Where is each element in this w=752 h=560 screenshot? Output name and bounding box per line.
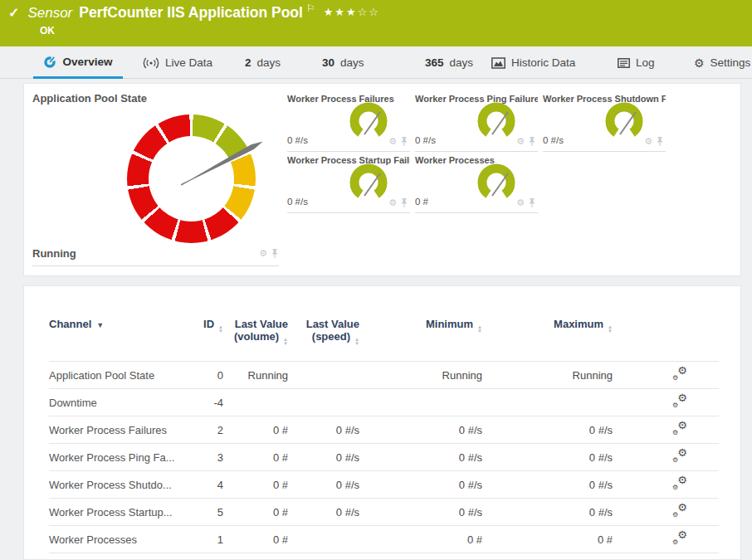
channel-name[interactable]: Worker Process Shutdo... bbox=[49, 471, 186, 499]
tab-bar: Overview Live Data 2 days 30 days 365 da… bbox=[0, 46, 752, 79]
minimum-value: 0 #/s bbox=[359, 471, 482, 499]
channel-id: 5 bbox=[186, 499, 223, 526]
column-header-id[interactable]: ID▲▼ bbox=[186, 318, 223, 362]
channel-settings-icon[interactable]: ⚙⚙ bbox=[672, 477, 687, 490]
last-value-speed: 0 #/s bbox=[288, 499, 359, 526]
tab-2-days-label: days bbox=[257, 56, 281, 69]
last-value-speed bbox=[288, 362, 359, 389]
channel-id: 1 bbox=[186, 526, 223, 553]
table-row[interactable]: Downtime -4 ⚙⚙ bbox=[49, 389, 719, 416]
tab-overview[interactable]: Overview bbox=[33, 46, 123, 79]
last-value-volume: 0 # bbox=[223, 416, 288, 444]
priority-stars[interactable]: ★★★☆☆ bbox=[324, 6, 380, 18]
gauge-settings-gear-icon[interactable]: ⚙ bbox=[388, 136, 397, 147]
channel-name[interactable]: Downtime bbox=[49, 389, 186, 416]
tab-2-days-number: 2 bbox=[245, 56, 251, 69]
gauge-tile-worker-process-startup-failures: Worker Process Startup Failu... 0 #/s ⚙ bbox=[287, 155, 410, 213]
maximum-value: 0 #/s bbox=[482, 416, 613, 444]
last-value-volume: 0 # bbox=[223, 526, 288, 553]
tile-value: 0 #/s bbox=[287, 197, 308, 207]
gauge-hole bbox=[149, 136, 234, 222]
last-value-volume: 0 # bbox=[223, 499, 288, 526]
channel-settings-icon[interactable]: ⚙⚙ bbox=[672, 504, 687, 518]
gauge-tile-worker-processes: Worker Processes 0 # ⚙ bbox=[415, 155, 538, 213]
mini-gauge bbox=[603, 100, 646, 144]
sort-desc-icon: ▼ bbox=[96, 321, 104, 329]
channel-id: 3 bbox=[186, 444, 223, 471]
pin-icon[interactable] bbox=[528, 198, 536, 208]
tab-live-data[interactable]: Live Data bbox=[143, 46, 212, 79]
tile-value: 0 #/s bbox=[287, 135, 308, 145]
maximum-value: 0 # bbox=[482, 526, 613, 553]
sort-icon: ▲▼ bbox=[477, 325, 482, 334]
last-value-speed: 0 #/s bbox=[288, 444, 359, 471]
table-row[interactable]: Worker Process Failures 2 0 # 0 #/s 0 #/… bbox=[49, 416, 719, 444]
channel-id: 4 bbox=[186, 471, 223, 499]
maximum-value: Running bbox=[482, 362, 613, 389]
channel-name[interactable]: Worker Processes bbox=[49, 526, 186, 553]
column-header-minimum[interactable]: Minimum▲▼ bbox=[359, 318, 482, 362]
tab-historic-data[interactable]: Historic Data bbox=[491, 46, 575, 79]
last-value-speed: 0 #/s bbox=[288, 471, 359, 499]
sort-icon: ▲▼ bbox=[354, 338, 359, 346]
gauge-icon bbox=[43, 55, 56, 68]
channel-settings-icon[interactable]: ⚙⚙ bbox=[672, 450, 687, 463]
tab-log[interactable]: Log bbox=[618, 46, 655, 79]
gauge-settings-gear-icon[interactable]: ⚙ bbox=[516, 197, 525, 208]
pin-icon[interactable] bbox=[528, 137, 536, 147]
channel-name[interactable]: Worker Process Ping Fa... bbox=[49, 444, 186, 471]
flag-icon[interactable]: ⚐ bbox=[306, 2, 315, 14]
last-value-volume: 0 # bbox=[223, 444, 288, 471]
table-row[interactable]: Application Pool State 0 Running Running… bbox=[49, 362, 719, 389]
column-header-maximum[interactable]: Maximum▲▼ bbox=[482, 318, 613, 362]
object-kind-label: Sensor bbox=[27, 5, 72, 22]
tab-365-days-number: 365 bbox=[425, 56, 444, 69]
minimum-value: Running bbox=[359, 362, 482, 389]
gauge-settings-gear-icon[interactable]: ⚙ bbox=[259, 248, 267, 259]
table-row[interactable]: Worker Processes 1 0 # 0 # 0 # ⚙⚙ bbox=[49, 526, 719, 553]
gauge-settings-gear-icon[interactable]: ⚙ bbox=[516, 136, 525, 147]
channel-name[interactable]: Worker Process Failures bbox=[49, 416, 186, 444]
gauge-settings-gear-icon[interactable]: ⚙ bbox=[644, 136, 652, 147]
status-badge: OK bbox=[40, 25, 55, 37]
settings-gear-icon: ⚙ bbox=[694, 57, 705, 69]
pin-icon[interactable] bbox=[656, 137, 664, 147]
channel-settings-icon[interactable]: ⚙⚙ bbox=[672, 368, 687, 381]
channel-name[interactable]: Worker Process Startup... bbox=[49, 499, 186, 526]
tab-live-data-label: Live Data bbox=[165, 56, 212, 69]
stars-empty[interactable]: ☆☆ bbox=[358, 6, 380, 18]
tab-overview-label: Overview bbox=[62, 56, 112, 68]
table-row[interactable]: Worker Process Ping Fa... 3 0 # 0 #/s 0 … bbox=[49, 444, 719, 471]
tab-365-days[interactable]: 365 days bbox=[425, 46, 473, 79]
tile-value: 0 #/s bbox=[543, 135, 564, 145]
last-value-speed bbox=[288, 389, 359, 416]
table-row[interactable]: Worker Process Shutdo... 4 0 # 0 #/s 0 #… bbox=[49, 471, 719, 499]
column-header-channel[interactable]: Channel▼ bbox=[49, 318, 186, 362]
tab-30-days[interactable]: 30 days bbox=[322, 46, 364, 79]
live-data-icon bbox=[143, 57, 159, 69]
table-row[interactable]: Worker Process Startup... 5 0 # 0 #/s 0 … bbox=[49, 499, 719, 526]
channel-name[interactable]: Application Pool State bbox=[49, 362, 186, 389]
minimum-value: 0 #/s bbox=[359, 444, 482, 471]
sort-icon: ▲▼ bbox=[218, 325, 223, 334]
channel-id: -4 bbox=[186, 389, 223, 416]
column-header-last-value-speed[interactable]: Last Value (speed)▲▼ bbox=[288, 318, 359, 362]
tab-2-days[interactable]: 2 days bbox=[245, 46, 281, 79]
channel-settings-icon[interactable]: ⚙⚙ bbox=[672, 532, 687, 545]
maximum-value: 0 #/s bbox=[482, 444, 613, 471]
last-value-volume: Running bbox=[223, 362, 288, 389]
channels-table: Channel▼ ID▲▼ Last Value (volume)▲▼ Last… bbox=[49, 318, 719, 553]
tab-settings[interactable]: ⚙ Settings bbox=[694, 46, 750, 79]
tab-settings-label: Settings bbox=[710, 56, 751, 69]
pin-icon[interactable] bbox=[400, 198, 408, 208]
tab-30-days-label: days bbox=[340, 56, 364, 69]
tab-historic-data-label: Historic Data bbox=[511, 56, 575, 69]
channel-id: 0 bbox=[186, 362, 223, 389]
channel-settings-icon[interactable]: ⚙⚙ bbox=[672, 422, 687, 436]
pin-icon[interactable] bbox=[271, 249, 279, 259]
gauge-settings-gear-icon[interactable]: ⚙ bbox=[388, 197, 397, 208]
pin-icon[interactable] bbox=[400, 137, 408, 147]
column-header-last-value-volume[interactable]: Last Value (volume)▲▼ bbox=[223, 318, 288, 362]
channel-settings-icon[interactable]: ⚙⚙ bbox=[672, 395, 687, 408]
stars-filled[interactable]: ★★★ bbox=[324, 6, 358, 18]
